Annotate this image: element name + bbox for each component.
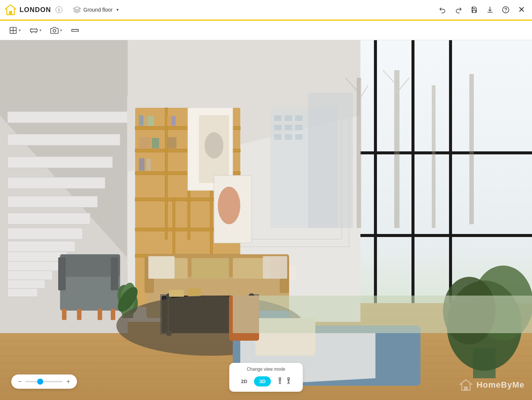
room-scene — [0, 40, 532, 400]
person-icon — [276, 377, 283, 385]
svg-rect-146 — [295, 125, 303, 130]
view-mode-doll-button[interactable] — [272, 375, 296, 388]
svg-rect-51 — [8, 271, 53, 280]
logo-area: LONDON ℹ — [5, 4, 62, 16]
svg-rect-1 — [9, 11, 12, 15]
rooms-tool-button[interactable]: ▾ — [5, 24, 24, 37]
floor-chevron-icon: ▾ — [116, 7, 119, 12]
svg-rect-77 — [167, 137, 176, 148]
svg-rect-79 — [146, 159, 151, 171]
svg-point-82 — [205, 132, 223, 158]
close-button[interactable]: ✕ — [515, 4, 527, 16]
undo-button[interactable] — [437, 4, 449, 16]
help-button[interactable] — [500, 4, 512, 16]
zoom-slider-thumb[interactable] — [37, 379, 43, 385]
topbar-right: ✕ — [437, 4, 527, 16]
svg-rect-111 — [58, 257, 66, 290]
svg-rect-46 — [8, 213, 90, 224]
person2-icon — [285, 377, 292, 385]
svg-rect-113 — [62, 309, 66, 320]
svg-point-151 — [279, 378, 281, 380]
svg-rect-53 — [8, 288, 38, 297]
svg-rect-50 — [8, 261, 60, 271]
svg-rect-44 — [8, 177, 105, 189]
svg-rect-6 — [30, 29, 37, 32]
svg-line-160 — [289, 382, 290, 384]
save-button[interactable] — [468, 4, 480, 16]
svg-rect-143 — [295, 115, 303, 121]
svg-rect-144 — [274, 125, 282, 130]
app-title: LONDON — [20, 6, 51, 14]
svg-rect-149 — [295, 134, 303, 140]
camera-icon — [50, 26, 59, 35]
svg-rect-148 — [285, 134, 292, 140]
svg-rect-134 — [469, 74, 474, 224]
svg-rect-112 — [111, 257, 118, 290]
measure-tool-button[interactable] — [67, 24, 83, 37]
svg-rect-45 — [8, 196, 98, 207]
svg-rect-72 — [148, 116, 154, 126]
zoom-out-button[interactable]: − — [18, 378, 21, 385]
svg-rect-98 — [148, 256, 175, 279]
floor-layers-icon — [73, 6, 81, 14]
svg-rect-48 — [8, 241, 75, 252]
svg-rect-162 — [464, 386, 468, 390]
furniture-icon — [30, 26, 38, 35]
brand-name: HomeByMe — [476, 380, 524, 390]
svg-rect-66 — [165, 108, 167, 239]
svg-rect-75 — [139, 137, 150, 148]
furniture-chevron-icon: ▾ — [39, 28, 41, 32]
svg-rect-116 — [98, 309, 102, 320]
view-mode-2d-button[interactable]: 2D — [236, 376, 253, 386]
svg-rect-52 — [8, 280, 45, 288]
svg-point-84 — [218, 187, 240, 224]
redo-button[interactable] — [452, 4, 464, 16]
toolbar2: ▾ ▾ ▾ — [0, 21, 532, 40]
svg-rect-141 — [274, 115, 282, 121]
info-icon[interactable]: ℹ — [56, 6, 62, 13]
svg-rect-41 — [8, 112, 128, 123]
view-mode-title: Change view mode — [247, 367, 285, 372]
svg-rect-150 — [233, 296, 532, 333]
svg-rect-43 — [8, 157, 113, 168]
svg-rect-132 — [394, 70, 399, 228]
floor-selector[interactable]: Ground floor ▾ — [69, 4, 122, 15]
furniture-tool-button[interactable]: ▾ — [26, 24, 45, 37]
svg-line-155 — [280, 382, 281, 384]
svg-rect-12 — [72, 29, 78, 32]
rooms-chevron-icon: ▾ — [19, 28, 21, 32]
svg-rect-107 — [169, 290, 184, 297]
measure-icon — [71, 26, 79, 35]
brand-house-icon — [459, 378, 473, 392]
download-button[interactable] — [484, 4, 496, 16]
svg-rect-70 — [139, 115, 143, 126]
view-mode-3d-button[interactable]: 3D — [254, 376, 271, 386]
svg-rect-133 — [432, 85, 436, 228]
svg-rect-74 — [171, 116, 176, 126]
topbar: LONDON ℹ Ground floor ▾ — [0, 0, 532, 21]
rooms-icon — [9, 26, 17, 35]
floor-label: Ground floor — [83, 7, 113, 13]
svg-rect-47 — [8, 228, 83, 239]
house-logo-icon — [5, 4, 17, 16]
svg-rect-145 — [285, 125, 292, 130]
svg-point-156 — [288, 378, 289, 380]
svg-rect-140 — [308, 93, 353, 228]
svg-rect-108 — [188, 288, 201, 296]
svg-rect-142 — [285, 115, 292, 121]
zoom-in-button[interactable]: + — [66, 378, 70, 385]
zoom-control: − + — [11, 374, 77, 389]
svg-rect-76 — [152, 138, 159, 148]
view-mode-panel: Change view mode 2D 3D — [229, 363, 303, 392]
svg-rect-96 — [191, 258, 229, 279]
camera-tool-button[interactable]: ▾ — [47, 24, 66, 37]
main-view[interactable]: − + Change view mode 2D 3D — [0, 40, 532, 400]
svg-rect-73 — [167, 115, 171, 126]
svg-rect-71 — [144, 117, 148, 126]
svg-rect-78 — [139, 158, 145, 171]
svg-rect-42 — [8, 134, 120, 145]
zoom-slider[interactable] — [25, 381, 63, 382]
svg-rect-115 — [77, 309, 81, 320]
svg-rect-114 — [111, 309, 115, 320]
svg-point-11 — [53, 29, 56, 32]
